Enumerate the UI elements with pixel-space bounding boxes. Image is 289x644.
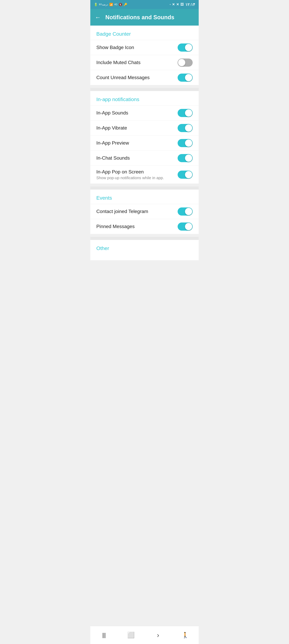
toggle-contact-joined-telegram[interactable] [178, 208, 193, 216]
status-bar-left: 🔋 ۴۴درصد 📶 4G 🔇 🔑 [94, 3, 127, 6]
setting-row-in-app-vibrate: In-App Vibrate [90, 120, 199, 136]
separator-3 [90, 237, 199, 240]
section-other: Other [90, 240, 199, 260]
toggle-include-muted-chats[interactable] [178, 58, 193, 67]
setting-row-show-badge-icon: Show Badge Icon [90, 40, 199, 55]
toggle-knob-in-app-sounds [185, 109, 192, 116]
setting-row-count-unread-messages: Count Unread Messages [90, 70, 199, 85]
toggle-knob-in-app-pop-on-screen [185, 171, 192, 178]
toggle-in-chat-sounds[interactable] [178, 154, 193, 162]
bottom-padding [90, 263, 199, 284]
setting-row-pinned-messages: Pinned Messages [90, 219, 199, 234]
toggle-knob-count-unread-messages [185, 74, 192, 81]
status-text: ۴۴درصد [99, 3, 108, 6]
toggle-knob-include-muted-chats [178, 59, 185, 66]
setting-label-in-app-vibrate: In-App Vibrate [96, 125, 127, 131]
separator-2 [90, 186, 199, 190]
mute-icon: 🔇 [119, 3, 122, 6]
setting-row-contact-joined-telegram: Contact joined Telegram [90, 204, 199, 219]
setting-label-in-app-pop-on-screen: In-App Pop on Screen [96, 169, 164, 175]
section-title-badge-counter: Badge Counter [90, 26, 199, 40]
setting-row-in-app-sounds: In-App Sounds [90, 105, 199, 120]
other-placeholder [90, 254, 199, 260]
setting-content-show-badge-icon: Show Badge Icon [96, 45, 134, 50]
separator-1 [90, 88, 199, 91]
setting-label-contact-joined-telegram: Contact joined Telegram [96, 209, 148, 214]
nav-recent-apps[interactable]: ||| [98, 629, 110, 641]
setting-content-in-chat-sounds: In-Chat Sounds [96, 155, 130, 161]
setting-label-in-app-preview: In-App Preview [96, 140, 129, 146]
setting-label-show-badge-icon: Show Badge Icon [96, 45, 134, 50]
setting-content-pinned-messages: Pinned Messages [96, 224, 135, 229]
setting-row-in-chat-sounds: In-Chat Sounds [90, 150, 199, 166]
toggle-knob-in-app-preview [185, 140, 192, 147]
nav-home[interactable]: ⬜ [125, 629, 137, 641]
section-title-events: Events [90, 190, 199, 204]
toggle-show-badge-icon[interactable] [178, 44, 193, 52]
toggle-in-app-vibrate[interactable] [178, 124, 193, 132]
toggle-count-unread-messages[interactable] [178, 74, 193, 82]
setting-row-include-muted-chats: Include Muted Chats [90, 55, 199, 70]
setting-row-in-app-preview: In-App Preview [90, 136, 199, 150]
setting-label-include-muted-chats: Include Muted Chats [96, 60, 141, 65]
setting-content-include-muted-chats: Include Muted Chats [96, 60, 141, 65]
time-display: ۱۲:۱۴ [185, 2, 195, 7]
nav-back[interactable]: › [152, 629, 164, 641]
nav-accessibility[interactable]: 🚶 [179, 629, 191, 641]
battery-icon: 🔋 [94, 3, 98, 6]
section-events: Events Contact joined Telegram Pinned Me… [90, 190, 199, 234]
signal-icon: 📶 [109, 3, 113, 6]
back-button[interactable]: ← [95, 14, 101, 21]
section-title-in-app-notifications: In-app notifications [90, 91, 199, 105]
home-icon: ⬜ [127, 632, 135, 638]
setting-content-count-unread-messages: Count Unread Messages [96, 75, 150, 80]
nav-bar: ||| ⬜ › 🚶 [90, 626, 199, 644]
dot-icon: • [170, 3, 171, 6]
toggle-in-app-pop-on-screen[interactable] [178, 170, 193, 179]
image-icon: 🖼 [180, 2, 184, 6]
setting-sublabel-in-app-pop-on-screen: Show pop-up notifications while in app. [96, 176, 164, 180]
setting-content-in-app-pop-on-screen: In-App Pop on Screen Show pop-up notific… [96, 169, 164, 180]
section-badge-counter: Badge Counter Show Badge Icon Include Mu… [90, 26, 199, 85]
toggle-knob-in-chat-sounds [185, 154, 192, 162]
section-title-other: Other [90, 240, 199, 254]
x-icon-1: ✕ [172, 2, 175, 6]
setting-content-in-app-vibrate: In-App Vibrate [96, 125, 127, 131]
setting-content-in-app-preview: In-App Preview [96, 140, 129, 146]
status-bar: 🔋 ۴۴درصد 📶 4G 🔇 🔑 • ✕ ✕ 🖼 ۱۲:۱۴ [90, 0, 199, 9]
accessibility-icon: 🚶 [182, 632, 189, 638]
setting-label-count-unread-messages: Count Unread Messages [96, 75, 150, 80]
setting-row-in-app-pop-on-screen: In-App Pop on Screen Show pop-up notific… [90, 166, 199, 184]
x-icon-2: ✕ [176, 2, 179, 6]
section-in-app-notifications: In-app notifications In-App Sounds In-Ap… [90, 91, 199, 184]
page-title: Notifications and Sounds [105, 14, 174, 20]
status-bar-right: • ✕ ✕ 🖼 ۱۲:۱۴ [170, 2, 195, 7]
recent-apps-icon: ||| [102, 632, 106, 638]
toggle-knob-show-badge-icon [185, 44, 192, 51]
toggle-in-app-preview[interactable] [178, 139, 193, 147]
back-nav-icon: › [157, 631, 159, 639]
setting-label-pinned-messages: Pinned Messages [96, 224, 135, 229]
setting-content-contact-joined-telegram: Contact joined Telegram [96, 209, 148, 214]
toggle-knob-in-app-vibrate [185, 124, 192, 132]
setting-content-in-app-sounds: In-App Sounds [96, 110, 128, 116]
4g-icon: 4G [114, 3, 117, 6]
setting-label-in-chat-sounds: In-Chat Sounds [96, 155, 130, 161]
toggle-knob-contact-joined-telegram [185, 208, 192, 215]
key-icon: 🔑 [124, 3, 127, 6]
toggle-knob-pinned-messages [185, 223, 192, 230]
page-header: ← Notifications and Sounds [90, 9, 199, 26]
setting-label-in-app-sounds: In-App Sounds [96, 110, 128, 116]
toggle-in-app-sounds[interactable] [178, 109, 193, 117]
toggle-pinned-messages[interactable] [178, 222, 193, 230]
